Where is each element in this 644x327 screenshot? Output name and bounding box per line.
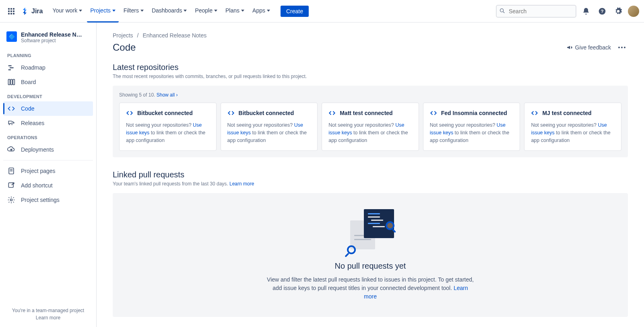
shortcut-icon [7, 181, 15, 189]
more-actions-button[interactable] [616, 44, 628, 51]
code-icon [328, 109, 336, 117]
use-issue-keys-link[interactable]: Use issue keys [126, 122, 202, 136]
repo-card[interactable]: Fed Insomnia connectedNot seeing your re… [423, 103, 520, 151]
use-issue-keys-link[interactable]: Use issue keys [430, 122, 506, 136]
sidebar-item-label: Code [21, 105, 34, 112]
sidebar-item-board[interactable]: Board [3, 75, 93, 89]
project-icon: 🔷 [6, 31, 17, 42]
sidebar-item-roadmap[interactable]: Roadmap [3, 60, 93, 75]
svg-rect-4 [8, 65, 12, 66]
code-icon [7, 105, 15, 113]
repo-card[interactable]: MJ test connectedNot seeing your reposit… [524, 103, 621, 151]
pages-icon [7, 167, 15, 175]
search-box [496, 5, 576, 18]
sidebar: 🔷 Enhanced Release N… Software project P… [0, 23, 97, 327]
give-feedback-button[interactable]: Give feedback [566, 44, 611, 51]
roadmap-icon [7, 64, 15, 72]
sidebar-item-releases[interactable]: Releases [3, 116, 93, 130]
project-name: Enhanced Release N… [21, 31, 82, 38]
settings-icon[interactable] [612, 5, 625, 18]
svg-point-14 [10, 199, 12, 201]
search-icon [499, 8, 506, 14]
app-switcher-icon[interactable] [5, 5, 18, 18]
breadcrumb-projects[interactable]: Projects [113, 32, 133, 39]
repo-card-desc: Not seeing your repositories? Use issue … [430, 121, 514, 144]
page-header: Code Give feedback [113, 42, 628, 53]
svg-rect-6 [8, 69, 11, 70]
repo-card-title: Matt test connected [328, 109, 412, 117]
svg-rect-13 [8, 183, 13, 187]
code-icon [126, 109, 133, 117]
show-all-link[interactable]: Show all › [157, 92, 178, 98]
notifications-icon[interactable] [580, 5, 592, 18]
code-icon [531, 109, 538, 117]
svg-line-1 [503, 12, 504, 13]
sidebar-item-label: Roadmap [21, 64, 45, 71]
repo-cards: Bitbucket connectedNot seeing your repos… [119, 103, 621, 151]
repos-container: Showing 5 of 10. Show all › Bitbucket co… [113, 86, 628, 157]
section-planning-label: PLANNING [3, 48, 93, 60]
section-title: Linked pull requests [113, 170, 628, 179]
nav-item-plans[interactable]: Plans [222, 0, 248, 23]
nav-item-filters[interactable]: Filters [120, 0, 147, 23]
sidebar-item-deployments[interactable]: Deployments [3, 142, 93, 157]
gear-icon [7, 196, 15, 204]
section-operations-label: OPERATIONS [3, 130, 93, 142]
help-icon[interactable]: ? [596, 5, 609, 18]
svg-point-0 [500, 8, 504, 12]
sidebar-item-project-pages[interactable]: Project pages [3, 164, 93, 178]
megaphone-icon [566, 44, 573, 51]
page-title: Code [113, 42, 136, 53]
repo-card-desc: Not seeing your repositories? Use issue … [531, 121, 615, 144]
section-desc: The most recent repositories with commit… [113, 74, 628, 79]
repo-card[interactable]: Bitbucket connectedNot seeing your repos… [119, 103, 217, 151]
sidebar-item-add-shortcut[interactable]: Add shortcut [3, 178, 93, 193]
use-issue-keys-link[interactable]: Use issue keys [227, 122, 303, 136]
sidebar-item-label: Board [21, 79, 36, 85]
repo-card-desc: Not seeing your repositories? Use issue … [126, 121, 210, 144]
feedback-label: Give feedback [575, 44, 611, 51]
use-issue-keys-link[interactable]: Use issue keys [328, 122, 404, 136]
repo-card[interactable]: Bitbucket connectedNot seeing your repos… [221, 103, 318, 151]
section-title: Latest repositories [113, 63, 628, 72]
top-nav: Jira Your workProjectsFiltersDashboardsP… [0, 0, 644, 23]
repo-card-title: Bitbucket connected [227, 109, 311, 117]
user-avatar[interactable] [628, 6, 639, 17]
breadcrumb-project[interactable]: Enhanced Release Notes [142, 32, 206, 39]
sidebar-item-label: Project settings [21, 197, 60, 203]
nav-items: Your workProjectsFiltersDashboardsPeople… [49, 0, 273, 23]
main-content: Projects / Enhanced Release Notes Code G… [97, 23, 644, 327]
sidebar-item-code[interactable]: Code [3, 101, 93, 116]
releases-icon [7, 119, 15, 127]
jira-icon [21, 7, 30, 16]
nav-item-dashboards[interactable]: Dashboards [149, 0, 190, 23]
repo-card-desc: Not seeing your repositories? Use issue … [328, 121, 412, 144]
nav-item-people[interactable]: People [192, 0, 221, 23]
repo-card-desc: Not seeing your repositories? Use issue … [227, 121, 311, 144]
nav-item-projects[interactable]: Projects [87, 0, 119, 23]
svg-rect-7 [8, 79, 10, 84]
nav-item-apps[interactable]: Apps [249, 0, 273, 23]
svg-rect-8 [10, 79, 12, 84]
chevron-down-icon [267, 10, 270, 12]
chevron-down-icon [79, 10, 82, 12]
board-icon [7, 78, 15, 86]
learn-more-link[interactable]: Learn more [229, 181, 254, 187]
chevron-down-icon [140, 10, 144, 12]
footer-learn-more[interactable]: Learn more [6, 315, 90, 321]
search-input[interactable] [496, 5, 576, 18]
create-button[interactable]: Create [281, 6, 309, 17]
sidebar-item-project-settings[interactable]: Project settings [3, 193, 93, 207]
sidebar-footer: You're in a team-managed project Learn m… [3, 304, 93, 324]
project-header[interactable]: 🔷 Enhanced Release N… Software project [3, 29, 93, 48]
repo-card[interactable]: Matt test connectedNot seeing your repos… [322, 103, 419, 151]
use-issue-keys-link[interactable]: Use issue keys [531, 122, 607, 136]
footer-text: You're in a team-managed project [6, 308, 90, 313]
page-actions: Give feedback [566, 44, 628, 51]
chevron-down-icon [241, 10, 244, 12]
code-icon [430, 109, 437, 117]
code-icon [227, 109, 235, 117]
nav-item-your-work[interactable]: Your work [49, 0, 85, 23]
jira-logo[interactable]: Jira [21, 7, 43, 16]
chevron-down-icon [184, 10, 187, 12]
